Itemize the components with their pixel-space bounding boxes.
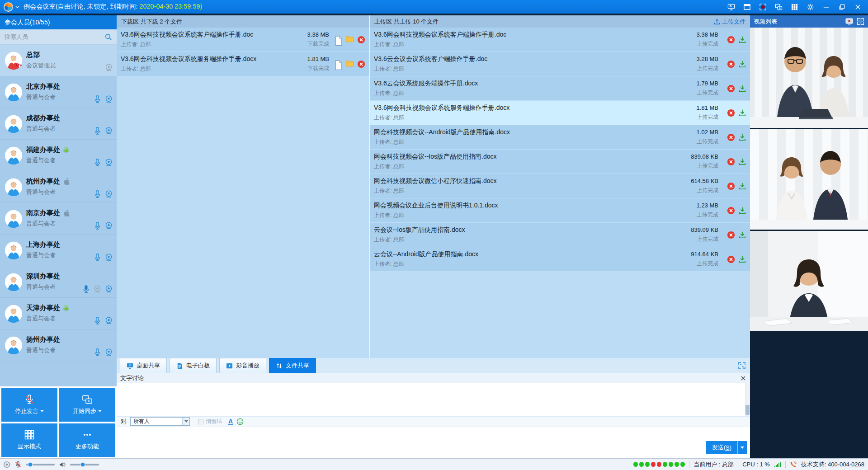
download-file-icon[interactable]: [738, 182, 746, 190]
stop-speaking-button[interactable]: 停止发言: [1, 388, 57, 422]
mic-icon[interactable]: [93, 158, 102, 167]
download-file-icon[interactable]: [738, 158, 746, 166]
camera-icon[interactable]: [104, 285, 113, 293]
send-button[interactable]: 发送(S): [706, 441, 747, 454]
tab-whiteboard[interactable]: 电子白板: [170, 358, 217, 373]
camera-icon[interactable]: [104, 316, 113, 325]
delete-file-icon[interactable]: [357, 60, 365, 68]
upload-file-row[interactable]: 网会科技视频会议微信小程序快速指南.docx 上传者: 总部 614.58 KB…: [370, 174, 750, 198]
download-file-icon[interactable]: [738, 255, 746, 263]
video-grid-icon[interactable]: [857, 18, 864, 25]
record-indicator-icon[interactable]: [3, 461, 10, 468]
upload-file-row[interactable]: 网会科技视频会议--Android版产品使用指南.docx 上传者: 总部 1.…: [370, 125, 750, 150]
participant-row[interactable]: 扬州办事处 普通与会者: [0, 329, 117, 361]
delete-file-icon[interactable]: [727, 36, 735, 44]
display-mode-button[interactable]: 显示模式: [1, 423, 57, 457]
upload-file-row[interactable]: 云会议--Android版产品使用指南.docx 上传者: 总部 914.64 …: [370, 247, 750, 272]
open-folder-icon[interactable]: [346, 60, 354, 68]
mic-icon[interactable]: [93, 95, 102, 103]
tab-desktop-share[interactable]: 桌面共享: [120, 358, 167, 373]
mic-icon[interactable]: [93, 127, 102, 135]
participant-row[interactable]: 深圳办事处 普通与会者: [0, 266, 117, 298]
upload-file-row[interactable]: V3.6云会议会议系统客户端操作手册.doc 上传者: 总部 3.28 MB 上…: [370, 52, 750, 76]
mic-icon[interactable]: [93, 190, 102, 198]
upload-file-row[interactable]: V3.6网会科技视频会议系统服务端操作手册.docx 上传者: 总部 1.81 …: [370, 101, 750, 125]
screen-share-icon[interactable]: [725, 1, 737, 12]
participant-row[interactable]: 福建办事处 普通与会者: [0, 140, 117, 171]
delete-file-icon[interactable]: [727, 207, 735, 215]
emoji-icon[interactable]: [236, 418, 244, 425]
video-thumbnail[interactable]: [750, 231, 868, 331]
mic-volume-slider[interactable]: [26, 464, 55, 465]
camera-off-icon[interactable]: [93, 285, 102, 293]
chevron-down-icon[interactable]: [15, 5, 19, 9]
delete-file-icon[interactable]: [727, 133, 735, 141]
start-sync-button[interactable]: 开始同步: [59, 388, 115, 422]
camera-icon[interactable]: [104, 158, 113, 167]
open-folder-icon[interactable]: [346, 36, 354, 44]
open-file-icon[interactable]: [335, 36, 343, 44]
download-file-icon[interactable]: [738, 36, 746, 44]
download-file-icon[interactable]: [738, 207, 746, 215]
video-monitor-icon[interactable]: [845, 18, 853, 25]
participant-row[interactable]: 总部 会议管理员: [0, 45, 117, 76]
tab-media-playback[interactable]: 影音播放: [219, 358, 266, 373]
delete-file-icon[interactable]: [727, 182, 735, 190]
camera-icon[interactable]: [104, 253, 113, 262]
delete-file-icon[interactable]: [727, 85, 735, 93]
participant-row[interactable]: 成都办事处 普通与会者: [0, 108, 117, 140]
window-mode-icon[interactable]: [741, 1, 753, 12]
download-file-icon[interactable]: [738, 133, 746, 141]
video-thumbnail[interactable]: [750, 129, 868, 230]
participant-row[interactable]: 上海办事处 普通与会者: [0, 235, 117, 266]
recipient-select[interactable]: 所有人: [130, 417, 190, 426]
close-chat-icon[interactable]: [740, 375, 746, 381]
apps-grid-icon[interactable]: [788, 1, 800, 12]
camera-icon[interactable]: [104, 348, 113, 357]
participant-row[interactable]: 北京办事处 普通与会者: [0, 76, 117, 108]
participant-row[interactable]: 南京办事处 普通与会者: [0, 203, 117, 235]
mic-icon[interactable]: [93, 348, 102, 357]
download-file-icon[interactable]: [738, 231, 746, 239]
settings-gear-icon[interactable]: [804, 1, 816, 12]
mic-icon[interactable]: [93, 221, 102, 230]
tab-file-share[interactable]: 文件共享: [269, 358, 316, 373]
expand-icon[interactable]: [738, 362, 746, 370]
download-file-row[interactable]: V3.6网会科技视频会议系统客户端操作手册.doc 上传者: 总部 3.38 M…: [117, 28, 369, 52]
record-icon[interactable]: [757, 1, 769, 12]
video-thumbnail[interactable]: [750, 28, 868, 128]
participant-row[interactable]: 杭州办事处 普通与会者: [0, 171, 117, 203]
speaker-icon[interactable]: [59, 461, 66, 468]
search-icon[interactable]: [104, 33, 112, 41]
participant-row[interactable]: 天津办事处 普通与会者: [0, 298, 117, 329]
minimize-button[interactable]: [820, 1, 832, 12]
upload-file-row[interactable]: V3.6云会议系统服务端操作手册.docx 上传者: 总部 1.79 MB 上传…: [370, 76, 750, 101]
delete-file-icon[interactable]: [727, 231, 735, 239]
speaker-volume-slider[interactable]: [70, 464, 99, 465]
delete-file-icon[interactable]: [357, 36, 365, 44]
upload-file-row[interactable]: 网会视频会议企业后台使用说明书1.0.1.docx 上传者: 总部 1.23 M…: [370, 198, 750, 223]
upload-file-row[interactable]: 网会科技视频会议--Ios版产品使用指南.docx 上传者: 总部 839.08…: [370, 150, 750, 174]
whisper-checkbox[interactable]: [198, 419, 203, 424]
chat-scrollbar[interactable]: [745, 383, 750, 416]
sync-screens-icon[interactable]: [773, 1, 784, 12]
app-logo-icon[interactable]: [4, 2, 13, 12]
upload-file-button[interactable]: 上传文件: [714, 18, 745, 26]
delete-file-icon[interactable]: [727, 158, 735, 166]
upload-file-row[interactable]: 云会议--Ios版产品使用指南.docx 上传者: 总部 839.09 KB 上…: [370, 223, 750, 247]
camera-icon[interactable]: [104, 127, 113, 135]
camera-off-icon[interactable]: [104, 63, 113, 72]
send-options-caret[interactable]: [737, 441, 747, 454]
download-file-icon[interactable]: [738, 109, 746, 117]
maximize-button[interactable]: [836, 1, 848, 12]
camera-icon[interactable]: [104, 95, 113, 103]
search-input[interactable]: [5, 33, 104, 40]
download-file-icon[interactable]: [738, 85, 746, 93]
select-caret-icon[interactable]: [182, 418, 189, 425]
close-button[interactable]: [852, 1, 863, 12]
mic-icon[interactable]: [93, 316, 102, 325]
camera-icon[interactable]: [104, 190, 113, 198]
mic-muted-icon[interactable]: [14, 461, 22, 468]
message-input[interactable]: 发送(S): [117, 427, 750, 459]
delete-file-icon[interactable]: [727, 255, 735, 263]
